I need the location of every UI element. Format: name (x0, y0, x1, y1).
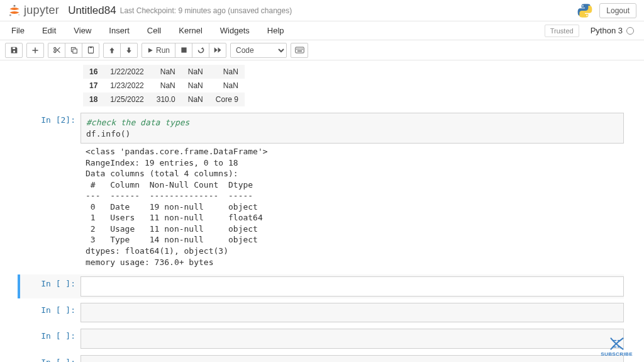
arrow-up-icon (108, 47, 116, 54)
move-down-button[interactable] (120, 43, 138, 58)
cell-users: 310.0 (150, 93, 182, 106)
code-input[interactable] (80, 329, 624, 349)
stdout-output: <class 'pandas.core.frame.DataFrame'> Ra… (80, 144, 624, 270)
menu-widgets[interactable]: Widgets (211, 22, 258, 39)
menu-edit[interactable]: Edit (33, 22, 65, 39)
code-cell-2[interactable]: In [2]: #check the data types df.info() … (20, 111, 624, 272)
jupyter-planet-icon (8, 4, 21, 18)
cell-output-dataframe: 16 1/22/2022 NaN NaN NaN 17 1/23/2022 Na… (20, 63, 624, 108)
notebook-container[interactable]: 16 1/22/2022 NaN NaN NaN 17 1/23/2022 Na… (0, 60, 644, 362)
row-index: 17 (83, 79, 104, 93)
play-icon (147, 47, 153, 54)
input-prompt: In [ ]: (20, 329, 80, 349)
cell-type: NaN (209, 79, 245, 93)
notebook-name[interactable]: Untitled84 (68, 4, 116, 17)
input-prompt: In [ ]: (20, 303, 80, 323)
cell-type-select[interactable]: Code (230, 43, 287, 58)
restart-icon (197, 46, 205, 54)
row-index: 16 (83, 65, 104, 79)
table-row: 18 1/25/2022 310.0 NaN Core 9 (83, 93, 245, 106)
keyboard-icon (295, 47, 304, 54)
dataframe-table: 16 1/22/2022 NaN NaN NaN 17 1/23/2022 Na… (83, 65, 245, 106)
subscribe-watermark: SUBSCRIBE (601, 337, 633, 357)
kernel-status-icon (626, 27, 634, 35)
restart-run-all-button[interactable] (209, 43, 226, 58)
arrow-down-icon (125, 47, 133, 54)
table-row: 16 1/22/2022 NaN NaN NaN (83, 65, 245, 79)
logout-button[interactable]: Logout (599, 3, 636, 18)
cell-date: 1/23/2022 (104, 79, 150, 93)
menu-view[interactable]: View (65, 22, 100, 39)
restart-button[interactable] (192, 43, 209, 58)
code-cell-empty[interactable]: In [ ]: (20, 353, 624, 362)
stop-icon (180, 47, 187, 54)
plus-icon (31, 47, 39, 54)
svg-rect-10 (297, 48, 299, 50)
code-cell-empty[interactable]: In [ ]: (20, 301, 624, 325)
cell-type: Core 9 (209, 93, 245, 106)
code-comment: #check the data types (86, 118, 189, 127)
svg-rect-6 (89, 47, 91, 48)
scissors-icon (53, 46, 61, 54)
input-prompt: In [ ]: (20, 355, 80, 362)
menu-file[interactable]: File (3, 22, 33, 39)
menu-help[interactable]: Help (258, 22, 293, 39)
cell-users: NaN (150, 65, 182, 79)
paste-button[interactable] (82, 43, 99, 58)
save-button[interactable] (5, 43, 23, 58)
copy-button[interactable] (65, 43, 82, 58)
cell-usage: NaN (182, 65, 209, 79)
code-input[interactable] (80, 355, 624, 362)
svg-rect-12 (301, 48, 302, 50)
cell-usage: NaN (182, 93, 209, 106)
clipboard-icon (87, 46, 95, 54)
cell-date: 1/25/2022 (104, 93, 150, 106)
svg-rect-8 (295, 47, 304, 53)
output-prompt (20, 65, 80, 106)
table-row: 17 1/23/2022 NaN NaN NaN (83, 79, 245, 93)
svg-rect-14 (297, 50, 302, 52)
interrupt-button[interactable] (175, 43, 192, 58)
svg-point-2 (18, 14, 19, 15)
svg-rect-11 (299, 48, 300, 50)
menu-kernel[interactable]: Kernel (170, 22, 211, 39)
cell-type: NaN (209, 65, 245, 79)
checkpoint-status: Last Checkpoint: 9 minutes ago (unsaved … (120, 6, 292, 15)
header: jupyter Untitled84 Last Checkpoint: 9 mi… (0, 0, 644, 21)
python-icon (577, 3, 593, 19)
copy-icon (70, 46, 78, 54)
svg-point-1 (9, 14, 11, 16)
floppy-icon (10, 46, 18, 54)
menu-cell[interactable]: Cell (138, 22, 170, 39)
menu-insert[interactable]: Insert (100, 22, 138, 39)
cell-date: 1/22/2022 (104, 65, 150, 79)
svg-point-0 (13, 4, 15, 6)
cell-usage: NaN (182, 79, 209, 93)
run-button[interactable]: Run (142, 43, 175, 58)
kernel-indicator[interactable]: Python 3 (591, 26, 641, 35)
trusted-indicator[interactable]: Trusted (545, 25, 579, 37)
input-prompt: In [2]: (20, 113, 80, 270)
dna-icon (609, 337, 625, 351)
cell-users: NaN (150, 79, 182, 93)
row-index: 18 (83, 93, 104, 106)
toolbar: Run Code (0, 40, 644, 60)
command-palette-button[interactable] (291, 43, 308, 58)
svg-rect-13 (302, 48, 303, 50)
code-input[interactable]: #check the data types df.info() (80, 113, 624, 144)
code-cell-empty-selected[interactable]: In [ ]: (18, 274, 624, 298)
insert-cell-below-button[interactable] (26, 43, 44, 58)
jupyter-wordmark: jupyter (24, 4, 59, 17)
cut-button[interactable] (48, 43, 65, 58)
run-label: Run (156, 46, 170, 55)
code-line: df.info() (86, 129, 130, 139)
jupyter-logo[interactable]: jupyter (8, 4, 59, 18)
code-input[interactable] (80, 276, 624, 297)
code-input[interactable] (80, 303, 624, 323)
code-cell-empty[interactable]: In [ ]: (20, 327, 624, 351)
svg-rect-4 (72, 49, 77, 54)
subscribe-text: SUBSCRIBE (601, 351, 633, 357)
svg-rect-9 (296, 48, 297, 50)
kernel-name: Python 3 (591, 26, 623, 35)
move-up-button[interactable] (103, 43, 121, 58)
